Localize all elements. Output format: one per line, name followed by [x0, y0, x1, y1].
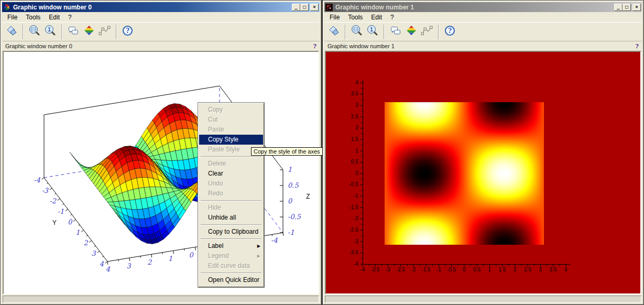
minimize-button[interactable]: _: [292, 4, 300, 11]
toolbar-separator: [116, 25, 117, 39]
context-menu-item-cut[interactable]: Cut: [199, 115, 263, 125]
datatips-button[interactable]: [97, 24, 113, 40]
toolbar-separator: [438, 25, 439, 39]
context-menu-item-legend[interactable]: Legend▶: [199, 251, 263, 261]
toolbar-separator: [23, 25, 24, 39]
context-menu-item-label: Copy to Clipboard: [208, 228, 258, 235]
ged-editor-button[interactable]: [66, 24, 81, 40]
context-menu-separator: [201, 156, 261, 157]
ged-editor-icon: [389, 25, 402, 39]
rotate-3d-icon: [5, 25, 18, 39]
zoom-original-button[interactable]: 1: [42, 24, 58, 40]
menu-edit[interactable]: Edit: [45, 13, 64, 22]
plot-area-surface[interactable]: [3, 51, 319, 295]
menu-help[interactable]: ?: [386, 13, 398, 22]
context-menu-item-label: Label: [208, 242, 223, 249]
menu-file[interactable]: File: [3, 13, 21, 22]
context-menu-item-copy-to-clipboard[interactable]: Copy to Clipboard: [199, 227, 263, 237]
zoom-area-button[interactable]: [349, 24, 365, 40]
maximize-icon: □: [625, 4, 628, 9]
menu-tools[interactable]: Tools: [21, 13, 45, 22]
maximize-button[interactable]: □: [623, 4, 631, 11]
zoom-original-icon: 1: [366, 25, 379, 39]
context-menu-item-label: Delete: [208, 160, 226, 167]
zoom-original-button[interactable]: 1: [365, 24, 380, 40]
svg-text:?: ?: [448, 27, 452, 35]
maximize-icon: □: [303, 4, 305, 9]
context-menu-item-copy[interactable]: Copy: [199, 105, 263, 115]
context-menu-item-label: Paste Style: [208, 146, 240, 153]
zoom-original-icon: 1: [44, 25, 57, 39]
statusbar: [3, 296, 319, 303]
zoom-area-icon: [351, 25, 363, 39]
context-menu-item-edit-curve-data[interactable]: Edit curve data: [199, 261, 263, 271]
toolbar-separator: [384, 25, 385, 39]
context-menu-item-clear[interactable]: Clear: [199, 169, 263, 179]
context-menu-item-undo[interactable]: Undo: [199, 179, 263, 189]
plot-area-heatmap[interactable]: [325, 51, 641, 295]
rotate-3d-button[interactable]: [326, 24, 342, 40]
close-button[interactable]: ×: [632, 4, 641, 11]
submenu-arrow-icon: ▶: [257, 241, 260, 251]
titlebar[interactable]: Graphic window number 0 _□×: [2, 2, 320, 12]
window-title: Graphic window number 1: [334, 4, 613, 11]
infobar-label: Graphic window number 1: [328, 43, 395, 49]
svg-text:1: 1: [370, 27, 373, 32]
minimize-icon: _: [294, 4, 297, 9]
rotate-3d-button[interactable]: [4, 24, 19, 40]
context-menu-item-label: Legend: [208, 252, 229, 259]
infobar-help: ?: [636, 43, 639, 50]
context-menu-item-redo[interactable]: Redo: [199, 189, 263, 199]
titlebar[interactable]: Graphic window number 1 _□×: [324, 2, 642, 12]
minimize-icon: _: [617, 4, 619, 9]
context-menu-item-unhide-all[interactable]: Unhide all: [199, 213, 263, 223]
context-menu-item-label: Copy Style: [208, 136, 238, 143]
help-button[interactable]: ?: [442, 24, 458, 40]
close-icon: ×: [313, 4, 315, 9]
context-menu-item-label: Undo: [208, 180, 223, 187]
menu-help[interactable]: ?: [64, 13, 76, 22]
window-controls: _□×: [614, 4, 641, 11]
scilab-icon: [3, 4, 10, 11]
toolbar-separator: [345, 25, 346, 39]
heatmap-plot-canvas[interactable]: [326, 52, 641, 292]
statusbar: [325, 296, 641, 303]
colormap-button[interactable]: [81, 24, 97, 40]
context-menu-item-paste[interactable]: Paste: [199, 125, 263, 135]
menu-edit[interactable]: Edit: [367, 13, 386, 22]
help-icon: ?: [122, 25, 134, 39]
svg-text:1: 1: [48, 27, 51, 32]
surface-plot-canvas[interactable]: [4, 52, 319, 292]
colormap-button[interactable]: [403, 24, 419, 40]
maximize-button[interactable]: □: [300, 4, 309, 11]
menu-file[interactable]: File: [325, 13, 344, 22]
menubar: FileToolsEdit?: [2, 12, 320, 22]
help-icon: ?: [444, 25, 456, 39]
rotate-3d-icon: [328, 25, 340, 39]
toolbar: 1?: [324, 22, 642, 41]
datatips-icon: [99, 25, 111, 39]
menu-tools[interactable]: Tools: [344, 13, 367, 22]
datatips-icon: [421, 25, 433, 39]
context-menu-item-open-quick-editor[interactable]: Open Quick Editor: [199, 275, 263, 285]
close-icon: ×: [635, 4, 638, 9]
context-menu-item-hide[interactable]: Hide: [199, 203, 263, 213]
close-button[interactable]: ×: [310, 4, 319, 11]
zoom-area-icon: [28, 25, 41, 39]
context-menu-item-label[interactable]: Label▶: [199, 241, 263, 251]
minimize-button[interactable]: _: [614, 4, 623, 11]
context-menu-item-copy-style[interactable]: Copy Style: [199, 135, 263, 145]
context-menu-item-label: Hide: [208, 204, 221, 211]
context-menu-item-label: Open Quick Editor: [208, 276, 259, 284]
context-menu-item-delete[interactable]: Delete: [199, 159, 263, 169]
context-menu-separator: [201, 238, 261, 239]
colormap-icon: [405, 25, 418, 39]
context-menu-item-label: Cut: [208, 116, 218, 123]
ged-editor-button[interactable]: [388, 24, 403, 40]
datatips-button[interactable]: [419, 24, 435, 40]
context-menu-item-label: Copy: [208, 106, 223, 113]
context-menu-item-label: Paste: [208, 126, 224, 133]
help-button[interactable]: ?: [120, 24, 136, 40]
tooltip: Copy the style of the axes: [251, 147, 323, 156]
zoom-area-button[interactable]: [27, 24, 42, 40]
